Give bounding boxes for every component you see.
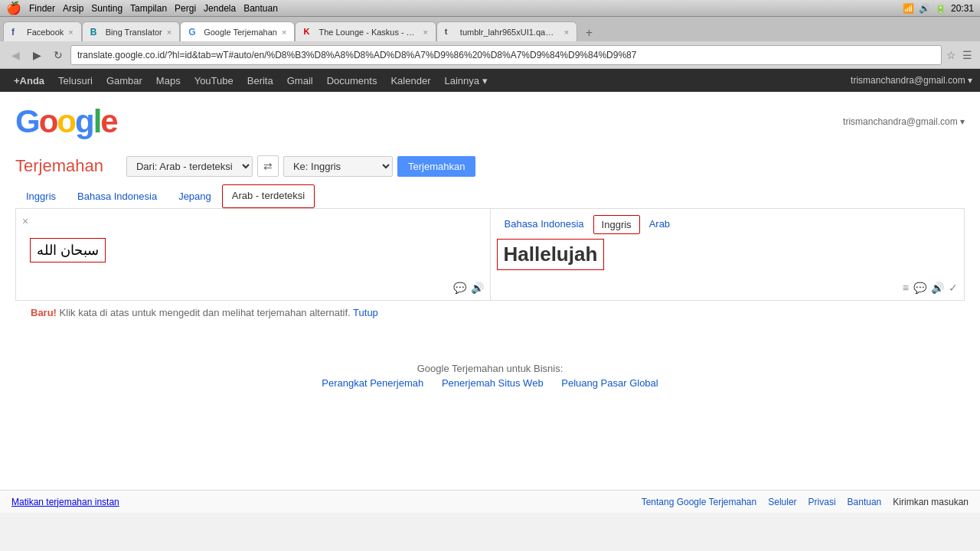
target-check-icon[interactable]: ✓ [949,282,958,294]
google-nav-berita[interactable]: Berita [241,69,279,92]
tab-google-translate-close[interactable]: × [282,28,286,37]
forward-button[interactable]: ▶ [28,46,46,64]
battery-icon: 🔋 [935,3,946,14]
target-tab-inggris[interactable]: Inggris [593,215,640,234]
footer-help[interactable]: Bantuan [848,497,882,507]
os-time: 20:31 [951,3,974,14]
target-lang-tabs: Bahasa Indonesia Inggris Arab [497,215,959,234]
source-text-box: × سبحان الله 💬 🔊 [16,209,491,300]
sunting-menu[interactable]: Sunting [91,3,122,14]
tab-google-translate[interactable]: G Google Terjemahan × [180,21,295,41]
business-label: Google Terjemahan untuk Bisnis: [417,363,564,374]
google-header: Google trismanchandra@gmail.com ▾ [0,92,980,148]
translate-container: Terjemahan Dari: Arab - terdeteksi Inggr… [0,148,980,332]
target-speak-icon[interactable]: 🔊 [931,282,944,294]
pergi-menu[interactable]: Pergi [175,3,196,14]
tumblr-favicon: t [445,27,456,37]
footer-mobile[interactable]: Seluler [768,497,796,507]
target-feedback-icon[interactable]: 💬 [913,282,926,294]
target-list-icon[interactable]: ≡ [903,282,909,294]
tab-lounge[interactable]: K The Lounge - Kaskus - The... × [295,21,436,41]
source-tab-arab-detected[interactable]: Arab - terdeteksi [222,184,315,208]
footer-right-links: Tentang Google Terjemahan Seluler Privas… [642,497,969,507]
footer-send-feedback[interactable]: Kirimkan masukan [893,497,969,507]
business-link-perangkat[interactable]: Perangkat Penerjemah [322,377,423,389]
target-text-box: Bahasa Indonesia Inggris Arab Hallelujah… [491,209,965,300]
os-menubar: 🍎 Finder Arsip Sunting Tampilan Pergi Je… [0,0,980,17]
google-nav-gmail[interactable]: Gmail [281,69,319,92]
new-label: Baru! [31,307,57,318]
google-topnav: +Anda Telusuri Gambar Maps YouTube Berit… [0,69,980,92]
page-content: +Anda Telusuri Gambar Maps YouTube Berit… [0,69,980,513]
logo-g: G [15,103,39,139]
translate-controls: Dari: Arab - terdeteksi Inggris Bahasa I… [126,155,475,177]
swap-language-button[interactable]: ⇄ [257,155,279,177]
tampilan-menu[interactable]: Tampilan [130,3,167,14]
target-tab-arab[interactable]: Arab [642,215,678,234]
business-link-peluang[interactable]: Peluang Pasar Global [561,377,658,389]
business-section: Google Terjemahan untuk Bisnis: Perangka… [0,332,980,419]
nav-right-icons: ☆ ☰ [945,47,974,63]
google-nav-kalender[interactable]: Kalender [384,69,436,92]
footer-privacy[interactable]: Privasi [808,497,836,507]
logo-o1: o [39,103,57,139]
tab-facebook-close[interactable]: × [68,28,73,37]
google-nav-youtube[interactable]: YouTube [188,69,240,92]
os-menubar-right: 📶 🔊 🔋 20:31 [903,3,974,14]
back-button[interactable]: ◀ [6,46,24,64]
footer-about[interactable]: Tentang Google Terjemahan [642,497,757,507]
translate-button[interactable]: Terjemahkan [397,156,475,177]
bookmark-icon[interactable]: ☆ [945,47,958,63]
google-nav-plus[interactable]: +Anda [8,69,51,92]
page-footer: Matikan terjemahan instan Tentang Google… [0,490,980,513]
arsip-menu[interactable]: Arsip [63,3,83,14]
google-nav-user[interactable]: trismanchandra@gmail.com ▾ [851,75,972,86]
volume-icon: 🔊 [919,3,930,14]
google-logo: Google [15,103,117,140]
tab-lounge-label: The Lounge - Kaskus - The... [318,28,418,37]
google-nav-gambar[interactable]: Gambar [100,69,149,92]
tab-bing[interactable]: B Bing Translator × [82,21,180,41]
tab-lounge-close[interactable]: × [423,28,427,37]
target-tab-bahasa[interactable]: Bahasa Indonesia [497,215,592,234]
google-nav-maps[interactable]: Maps [150,69,187,92]
apple-menu[interactable]: 🍎 [6,1,21,15]
logo-l: l [93,103,101,139]
finder-menu[interactable]: Finder [29,3,55,14]
tab-bing-close[interactable]: × [167,28,172,37]
logo-g2: g [75,103,93,139]
source-lang-tabs: Inggris Bahasa Indonesia Jepang Arab - t… [15,184,965,209]
bantuan-menu[interactable]: Bantuan [243,3,278,14]
source-tab-jepang[interactable]: Jepang [168,184,222,208]
google-nav-lainnya[interactable]: Lainnya ▾ [438,69,493,92]
browser-tab-bar: f Facebook × B Bing Translator × G Googl… [0,17,980,41]
clear-source-button[interactable]: × [22,215,28,227]
tab-tumblr[interactable]: t tumblr_lahr965xUI1.qamesi... × [436,21,577,41]
source-tab-bahasa[interactable]: Bahasa Indonesia [67,184,168,208]
business-link-penerjemah[interactable]: Penerjemah Situs Web [442,377,544,389]
from-language-dropdown[interactable]: Dari: Arab - terdeteksi Inggris Bahasa I… [126,156,253,177]
address-bar[interactable] [70,45,942,65]
reload-button[interactable]: ↻ [49,46,67,64]
tab-tumblr-close[interactable]: × [564,28,569,37]
source-speak-icon[interactable]: 🔊 [471,282,484,294]
target-actions: ≡ 💬 🔊 ✓ [903,282,958,294]
close-new-bar-link[interactable]: Tutup [353,307,378,318]
new-tab-button[interactable]: + [580,24,597,41]
to-language-dropdown[interactable]: Ke: Inggris Bahasa Indonesia Arab [283,156,393,177]
tab-facebook-label: Facebook [27,28,64,37]
tab-bing-label: Bing Translator [106,28,162,37]
source-feedback-icon[interactable]: 💬 [453,282,466,294]
jendela-menu[interactable]: Jendela [204,3,236,14]
footer-disable-instant[interactable]: Matikan terjemahan instan [11,497,119,507]
facebook-favicon: f [11,27,22,37]
google-nav-documents[interactable]: Documents [321,69,384,92]
user-email: trismanchandra@gmail.com ▾ [843,116,965,127]
source-text: سبحان الله [30,238,106,262]
translate-boxes: × سبحان الله 💬 🔊 Bahasa Indonesia Inggri… [15,209,965,301]
wrench-icon[interactable]: ☰ [961,47,974,63]
source-tab-inggris[interactable]: Inggris [15,184,67,208]
google-nav-telusuri[interactable]: Telusuri [52,69,99,92]
google-favicon: G [188,27,199,37]
tab-facebook[interactable]: f Facebook × [3,21,82,41]
